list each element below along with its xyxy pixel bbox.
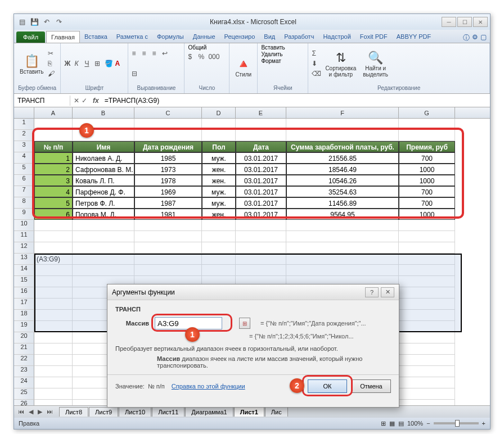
row-header-13[interactable]: 13 xyxy=(14,254,34,265)
cell-E9[interactable]: 03.01.2017 xyxy=(236,209,286,220)
cell-G5[interactable]: 1000 xyxy=(399,164,455,175)
sheet-nav-last-icon[interactable]: ⏭ xyxy=(45,408,55,415)
cell-A6[interactable]: 3 xyxy=(34,175,73,186)
cell-D12[interactable] xyxy=(202,242,236,254)
save-icon[interactable]: 💾 xyxy=(29,16,40,28)
cell-D2[interactable] xyxy=(202,130,236,141)
cell-A20[interactable] xyxy=(34,332,73,343)
cell-G3[interactable]: Премия, руб xyxy=(399,141,455,152)
cancel-button[interactable]: Отмена xyxy=(352,379,391,393)
col-header-A[interactable]: A xyxy=(34,107,73,118)
cell-B5[interactable]: Сафроновав В. М. xyxy=(73,164,134,175)
tab-надстрой[interactable]: Надстрой xyxy=(318,31,355,43)
cell-F9[interactable]: 9564.95 xyxy=(286,209,399,220)
col-header-G[interactable]: G xyxy=(399,107,455,118)
cell-G6[interactable]: 1000 xyxy=(399,175,455,186)
align-center-icon[interactable]: ≡ xyxy=(142,49,151,58)
cell-F6[interactable]: 10546.26 xyxy=(286,175,399,186)
cell-C2[interactable] xyxy=(134,130,202,141)
cell-D5[interactable]: жен. xyxy=(202,164,236,175)
row-header-1[interactable]: 1 xyxy=(14,119,34,130)
clear-icon[interactable]: ⌫ xyxy=(312,70,321,79)
tab-главная[interactable]: Главная xyxy=(46,31,80,43)
cell-B7[interactable]: Парфенов Д. Ф. xyxy=(73,186,134,197)
cell-C12[interactable] xyxy=(134,242,202,254)
select-all-corner[interactable] xyxy=(14,107,34,118)
cell-E10[interactable] xyxy=(236,220,286,231)
cell-E4[interactable]: 03.01.2017 xyxy=(236,152,286,164)
comma-icon[interactable]: 000 xyxy=(208,53,217,62)
help-icon[interactable]: ⓘ xyxy=(463,33,470,43)
minimize-button[interactable]: ─ xyxy=(442,17,456,27)
cell-C6[interactable]: 1978 xyxy=(134,175,202,186)
row-header-10[interactable]: 10 xyxy=(14,220,34,231)
row-header-6[interactable]: 6 xyxy=(14,175,34,186)
cell-B10[interactable] xyxy=(73,220,134,231)
tab-foxit pdf[interactable]: Foxit PDF xyxy=(356,31,392,43)
cell-B11[interactable] xyxy=(73,231,134,242)
cell-F5[interactable]: 18546.49 xyxy=(286,164,399,175)
row-header-4[interactable]: 4 xyxy=(14,152,34,164)
cancel-formula-icon[interactable]: ✕ xyxy=(74,97,79,105)
row-header-8[interactable]: 8 xyxy=(14,197,34,209)
zoom-out-icon[interactable]: − xyxy=(426,420,430,427)
cell-E11[interactable] xyxy=(236,231,286,242)
currency-icon[interactable]: $ xyxy=(188,53,197,62)
cell-C9[interactable]: 1981 xyxy=(134,209,202,220)
row-header-22[interactable]: 22 xyxy=(14,355,34,366)
tab-file[interactable]: Файл xyxy=(16,31,45,43)
cell-D9[interactable]: жен. xyxy=(202,209,236,220)
fill-color-icon[interactable]: 🪣 xyxy=(105,60,114,69)
bold-icon[interactable]: Ж xyxy=(64,60,73,69)
tab-вид[interactable]: Вид xyxy=(259,31,280,43)
cell-E8[interactable]: 03.01.2017 xyxy=(236,197,286,209)
cell-A8[interactable]: 5 xyxy=(34,197,73,209)
sheet-tab-Диаграмма1[interactable]: Диаграмма1 xyxy=(185,407,233,417)
autosum-icon[interactable]: Σ xyxy=(312,49,321,58)
cell-G10[interactable] xyxy=(399,220,455,231)
format-cells-button[interactable]: Формат xyxy=(261,58,281,64)
delete-cells-button[interactable]: Удалить xyxy=(261,51,282,57)
cell-G4[interactable]: 700 xyxy=(399,152,455,164)
cell-A11[interactable] xyxy=(34,231,73,242)
cell-C4[interactable]: 1985 xyxy=(134,152,202,164)
sheet-tab-Лист1[interactable]: Лист1 xyxy=(234,407,264,417)
cell-G7[interactable]: 700 xyxy=(399,186,455,197)
cell-F2[interactable] xyxy=(286,130,399,141)
cell-D4[interactable]: муж. xyxy=(202,152,236,164)
cell-B1[interactable] xyxy=(73,119,134,130)
cell-A1[interactable] xyxy=(34,119,73,130)
cell-D11[interactable] xyxy=(202,231,236,242)
cell-A3[interactable]: № п/п xyxy=(34,141,73,152)
col-header-C[interactable]: C xyxy=(134,107,202,118)
row-header-23[interactable]: 23 xyxy=(14,366,34,377)
cell-B3[interactable]: Имя xyxy=(73,141,134,152)
cell-G21[interactable] xyxy=(399,343,455,355)
tab-abbyy pdf[interactable]: ABBYY PDF xyxy=(392,31,436,43)
sheet-tab-Лист8[interactable]: Лист8 xyxy=(59,407,88,417)
row-header-24[interactable]: 24 xyxy=(14,377,34,388)
row-header-25[interactable]: 25 xyxy=(14,388,34,400)
row-header-9[interactable]: 9 xyxy=(14,209,34,220)
tab-вставка[interactable]: Вставка xyxy=(80,31,112,43)
cell-G25[interactable] xyxy=(399,388,455,400)
fx-icon[interactable]: fx xyxy=(91,97,101,105)
cell-E6[interactable]: 03.01.2017 xyxy=(236,175,286,186)
cell-D7[interactable]: муж. xyxy=(202,186,236,197)
col-header-B[interactable]: B xyxy=(73,107,134,118)
cell-A2[interactable] xyxy=(34,130,73,141)
cell-D1[interactable] xyxy=(202,119,236,130)
sort-filter-button[interactable]: ⇅ Сортировка и фильтр xyxy=(323,49,358,79)
percent-icon[interactable]: % xyxy=(198,53,207,62)
cell-G20[interactable] xyxy=(399,332,455,343)
dialog-array-input[interactable] xyxy=(155,317,222,329)
fill-icon[interactable]: ⬇ xyxy=(312,60,321,69)
wrap-text-icon[interactable]: ↩ xyxy=(162,49,171,58)
cell-B6[interactable]: Коваль Л. П. xyxy=(73,175,134,186)
cell-D6[interactable]: жен. xyxy=(202,175,236,186)
cell-D10[interactable] xyxy=(202,220,236,231)
sheet-nav-prev-icon[interactable]: ◀ xyxy=(27,408,35,415)
paste-button[interactable]: 📋 Вставить xyxy=(17,53,46,76)
cell-B9[interactable]: Попова М. Д. xyxy=(73,209,134,220)
cell-G9[interactable]: 1000 xyxy=(399,209,455,220)
